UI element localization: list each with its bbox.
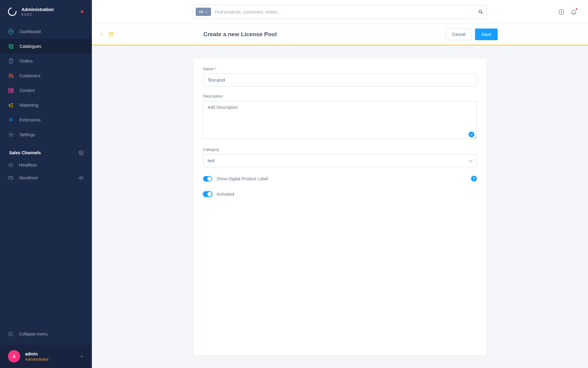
cancel-button[interactable]: Cancel [446,29,472,40]
channel-item-headless[interactable]: Headless [0,159,92,171]
storefront-icon [8,175,13,181]
collapse-label: Collapse menu [19,332,47,336]
bag-icon [8,58,14,64]
notifications-button[interactable] [570,9,577,15]
megaphone-icon [8,102,14,108]
add-channel-button[interactable] [78,150,84,155]
eye-icon[interactable] [78,175,84,181]
help-icon[interactable] [558,9,565,15]
sidebar: Administration 6.5.8.2 Dashboard Catalog… [0,0,92,368]
name-label: Name * [203,67,477,71]
users-icon [8,73,14,79]
nav-label: Customers [20,73,40,78]
channel-label: Storefront [19,175,38,180]
back-button[interactable] [99,32,104,37]
nav-label: Catalogues [20,44,41,49]
nav-item-customers[interactable]: Customers [0,68,92,83]
activated-label-text: Activated [217,192,234,197]
form-card: Name * Description Category te [193,58,487,356]
nav-item-settings[interactable]: Settings [0,127,92,142]
nav-label: Content [20,88,35,93]
save-button[interactable]: Save [475,29,498,40]
svg-rect-16 [109,33,113,36]
nav-label: Orders [20,59,33,63]
category-label: Category [203,147,477,152]
archive-icon [108,32,114,37]
gear-icon [8,132,14,138]
nav-item-extensions[interactable]: Extensions [0,113,92,127]
chevron-left-icon [99,32,104,37]
layout-icon [8,87,14,94]
required-indicator: * [215,67,216,71]
basket-icon [8,162,13,168]
app-title: Administration [21,7,81,12]
digital-label-help[interactable]: ? [471,176,477,182]
category-select[interactable]: test [203,154,477,167]
avatar: A [8,350,20,362]
app-version: 6.5.8.2 [21,13,81,16]
search-scope-label: All [199,10,203,14]
svg-point-13 [479,10,482,13]
global-search[interactable]: All [193,5,487,19]
svg-rect-10 [9,177,13,180]
user-name: admin [25,351,49,356]
page-title: Create a new License Pool [203,31,277,38]
chevron-left-circle-icon [8,331,13,337]
user-role: Administrator [25,357,49,362]
plug-icon [8,117,14,123]
svg-point-3 [12,75,13,76]
activated-toggle-row: Activated [203,191,477,197]
section-title: Sales Channels [9,150,41,155]
svg-rect-7 [9,119,12,121]
box-icon [8,43,14,49]
header-notification-dot [81,10,83,13]
nav-label: Settings [20,132,35,137]
nav-item-dashboard[interactable]: Dashboard [0,24,92,39]
svg-point-11 [81,177,82,178]
content-area: Name * Description Category te [92,45,588,368]
digital-label-toggle-row: Show Digital Product Label ? [203,176,477,182]
nav-item-content[interactable]: Content [0,83,92,98]
nav-label: Extensions [20,117,40,122]
activated-toggle[interactable] [203,191,212,197]
check-circle-icon [469,132,474,137]
user-menu[interactable]: A admin Administrator [0,345,92,368]
svg-rect-5 [9,90,11,93]
gauge-icon [8,29,14,35]
svg-point-15 [561,13,561,13]
search-icon[interactable] [478,9,484,15]
channel-label: Headless [19,163,37,167]
nav-label: Dashboard [20,29,41,34]
nav-item-catalogues[interactable]: Catalogues [0,39,92,54]
nav-list: Dashboard Catalogues Orders Customers Co… [0,24,92,142]
chevron-down-icon [205,10,208,13]
page-header: Create a new License Pool Cancel Save [92,24,588,45]
sales-channels-header: Sales Channels [0,142,92,159]
search-scope-dropdown[interactable]: All [196,8,211,16]
notification-dot [575,8,578,10]
svg-rect-4 [9,88,13,90]
topbar-actions [558,0,577,24]
svg-point-8 [10,134,12,136]
description-label: Description [203,94,477,98]
nav-item-marketing[interactable]: Marketing [0,98,92,113]
app-logo-icon [6,6,18,17]
sidebar-header: Administration 6.5.8.2 [0,0,92,22]
main: All [92,0,588,368]
description-textarea[interactable] [203,101,477,139]
digital-label-toggle[interactable] [203,176,212,182]
topbar: All [92,0,588,24]
nav-item-orders[interactable]: Orders [0,54,92,68]
collapse-menu-button[interactable]: Collapse menu [0,327,92,345]
channel-item-storefront[interactable]: Storefront [0,171,92,184]
svg-point-12 [9,332,13,336]
name-label-text: Name [203,67,214,71]
chevron-up-icon [80,354,84,358]
digital-label-text: Show Digital Product Label [217,176,268,181]
plus-circle-icon [78,150,84,155]
name-input[interactable] [203,74,477,86]
nav-label: Marketing [20,103,38,108]
svg-point-2 [9,74,11,75]
svg-rect-1 [9,44,12,47]
search-input[interactable] [211,10,478,14]
